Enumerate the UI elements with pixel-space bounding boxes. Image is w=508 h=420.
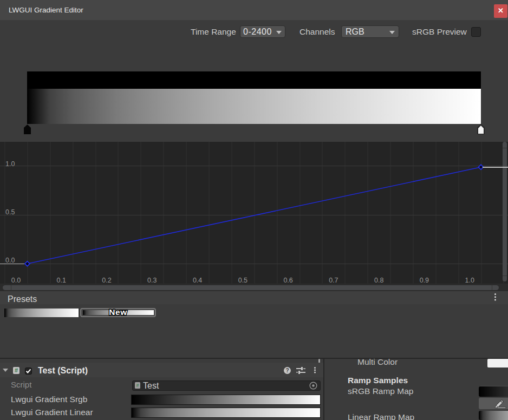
svg-text:New: New [109, 307, 127, 317]
